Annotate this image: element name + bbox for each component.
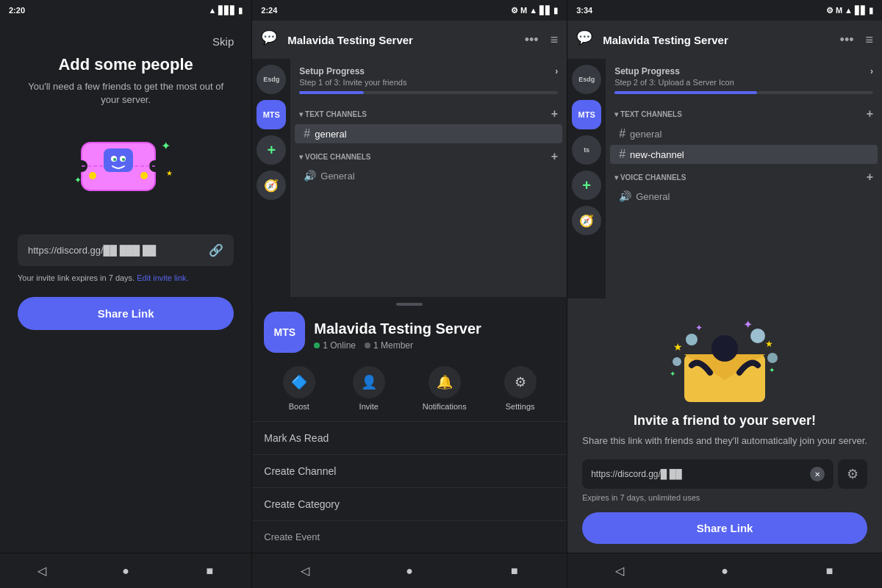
friend-illustration: ★ ★ ✦ ✦ ✦ ✦ xyxy=(666,318,784,406)
menu-create-channel[interactable]: Create Channel xyxy=(252,455,567,488)
wifi-icon-2: ▲ xyxy=(529,6,537,15)
recents-nav-icon-3[interactable]: ■ xyxy=(822,564,837,578)
recents-nav-icon[interactable]: ■ xyxy=(202,564,217,578)
time-1: 2:20 xyxy=(9,6,25,15)
settings-label: Settings xyxy=(506,402,535,411)
status-icons-1: ▲ ▋▋▋ ▮ xyxy=(208,6,243,15)
menu-mark-as-read[interactable]: Mark As Read xyxy=(252,422,567,455)
svg-point-20 xyxy=(673,357,681,366)
server-name-2: Malavida Testing Server xyxy=(287,34,518,46)
invite-link-input[interactable]: https://discord.gg/█ ██ ✕ xyxy=(582,459,833,489)
channel-new-3[interactable]: # new-channel xyxy=(610,145,878,164)
add-text-channel-icon-3[interactable]: + xyxy=(867,107,873,121)
battery-icon: ▮ xyxy=(238,6,243,15)
time-2: 2:24 xyxy=(261,6,277,15)
invite-modal-title: Invite a friend to your server! xyxy=(634,413,816,429)
invite-settings-button[interactable]: ⚙ xyxy=(838,459,867,489)
nav-bar-1: ◁ ● ■ xyxy=(0,553,251,588)
settings-action[interactable]: ⚙ Settings xyxy=(504,366,537,411)
add-voice-channel-icon-3[interactable]: + xyxy=(867,171,873,184)
sidebar-server-esdg-3[interactable]: Esdg xyxy=(572,65,601,94)
invite-icon: 👤 xyxy=(353,366,385,398)
add-voice-channel-icon[interactable]: + xyxy=(551,150,558,163)
more-options-icon-3[interactable]: ••• xyxy=(840,32,854,48)
voice-general-2[interactable]: 🔊 General xyxy=(295,167,562,184)
signal-icon-3: ▋▋ xyxy=(855,6,867,15)
boost-label: Boost xyxy=(289,402,309,411)
channel-general-3[interactable]: # general xyxy=(610,124,878,143)
boost-icon: 🔷 xyxy=(283,366,315,398)
boost-action[interactable]: 🔷 Boost xyxy=(283,366,315,411)
svg-text:✦: ✦ xyxy=(161,140,171,152)
bottom-sheet-2: MTS Malavida Testing Server 1 Online 1 M… xyxy=(252,297,567,553)
settings-gear-icon: ⚙ xyxy=(847,466,858,482)
back-nav-icon-3[interactable]: ◁ xyxy=(612,564,627,578)
menu-create-event[interactable]: Create Event xyxy=(252,521,567,553)
voice-general-3[interactable]: 🔊 General xyxy=(610,187,878,205)
sidebar-server-mts[interactable]: MTS xyxy=(257,100,286,129)
back-nav-icon[interactable]: ◁ xyxy=(35,564,49,578)
sidebar-explore-icon[interactable]: 🧭 xyxy=(257,171,286,200)
member-dot xyxy=(365,343,370,348)
notifications-label: Notifications xyxy=(423,402,467,411)
voice-channels-header-3: ▾ VOICE CHANNELS + xyxy=(606,165,882,187)
invite-expires-3: Expires in 7 days, unlimited uses xyxy=(582,493,700,502)
server-info-row: MTS Malavida Testing Server 1 Online 1 M… xyxy=(252,312,567,359)
sidebar-add-server-3[interactable]: + xyxy=(572,171,601,200)
hamburger-icon[interactable]: ≡ xyxy=(551,32,559,48)
skip-button[interactable]: Skip xyxy=(212,35,234,48)
text-channels-label-3: ▾ TEXT CHANNELS xyxy=(614,110,682,118)
setup-progress-3: Setup Progress › Step 2 of 3: Upload a S… xyxy=(606,59,882,101)
setup-title-3: Setup Progress › xyxy=(614,66,873,76)
voice-channels-label-2: ▾ VOICE CHANNELS xyxy=(299,153,370,161)
notifications-action[interactable]: 🔔 Notifications xyxy=(423,366,467,411)
svg-point-9 xyxy=(122,158,125,161)
sidebar-explore-icon-3[interactable]: 🧭 xyxy=(572,206,601,235)
add-text-channel-icon[interactable]: + xyxy=(551,107,558,121)
sidebar-server-esdg[interactable]: Esdg xyxy=(257,65,286,94)
phone-1: 2:20 ▲ ▋▋▋ ▮ Skip Add some people You'll… xyxy=(0,0,252,588)
svg-text:✦: ✦ xyxy=(670,370,675,378)
setup-step-3: Step 2 of 3: Upload a Server Icon xyxy=(614,78,873,87)
chat-icon: 💬 xyxy=(261,29,282,50)
channel-name-general-3: general xyxy=(630,129,662,140)
invite-link-row: https://discord.gg/█ ██ ✕ ⚙ xyxy=(582,459,867,489)
setup-step-2: Step 1 of 3: Invite your friends xyxy=(299,78,558,87)
share-link-button-3[interactable]: Share Link xyxy=(582,512,867,544)
channel-general-2[interactable]: # general xyxy=(295,124,562,143)
edit-invite-link[interactable]: Edit invite link. xyxy=(137,273,188,282)
clear-invite-button[interactable]: ✕ xyxy=(810,467,825,481)
svg-point-17 xyxy=(686,334,698,345)
speaker-icon-3: 🔊 xyxy=(619,190,631,202)
sidebar-add-server[interactable]: + xyxy=(257,135,286,165)
invite-link-box[interactable]: https://discord.gg/██ ███ ██ 🔗 xyxy=(18,234,234,266)
link-icon: 🔗 xyxy=(209,243,223,257)
share-link-button-1[interactable]: Share Link xyxy=(18,297,234,330)
sidebar-server-ts[interactable]: ts xyxy=(572,135,601,165)
phone2-body: Esdg MTS + 🧭 Setup Progress › Step 1 of … xyxy=(252,59,567,297)
svg-point-18 xyxy=(750,329,765,343)
home-nav-icon-2[interactable]: ● xyxy=(402,564,417,578)
clear-x-icon: ✕ xyxy=(814,470,820,478)
server-big-name-2: Malavida Testing Server xyxy=(314,320,481,337)
menu-create-category[interactable]: Create Category xyxy=(252,488,567,521)
recents-nav-icon-2[interactable]: ■ xyxy=(507,564,522,578)
svg-point-13 xyxy=(89,172,96,179)
battery-icon-3: ▮ xyxy=(869,6,873,15)
settings-icon: ⚙ xyxy=(504,366,537,398)
more-options-icon[interactable]: ••• xyxy=(525,32,539,48)
home-nav-icon[interactable]: ● xyxy=(118,564,133,578)
text-channels-label-2: ▾ TEXT CHANNELS xyxy=(299,110,367,118)
hamburger-icon-3[interactable]: ≡ xyxy=(865,32,873,48)
home-nav-icon-3[interactable]: ● xyxy=(717,564,732,578)
status-icons-2: ⚙ M ▲ ▋▋ ▮ xyxy=(511,6,558,15)
status-bar-1: 2:20 ▲ ▋▋▋ ▮ xyxy=(0,0,251,21)
hash-icon-3a: # xyxy=(619,127,625,140)
sidebar-server-mts-3[interactable]: MTS xyxy=(572,100,601,129)
server-avatar-2: MTS xyxy=(264,312,305,353)
svg-text:★: ★ xyxy=(673,341,683,353)
back-nav-icon-2[interactable]: ◁ xyxy=(298,564,312,578)
invite-action[interactable]: 👤 Invite xyxy=(353,366,385,411)
text-channels-header-3: ▾ TEXT CHANNELS + xyxy=(606,101,882,123)
svg-text:★: ★ xyxy=(765,339,773,349)
